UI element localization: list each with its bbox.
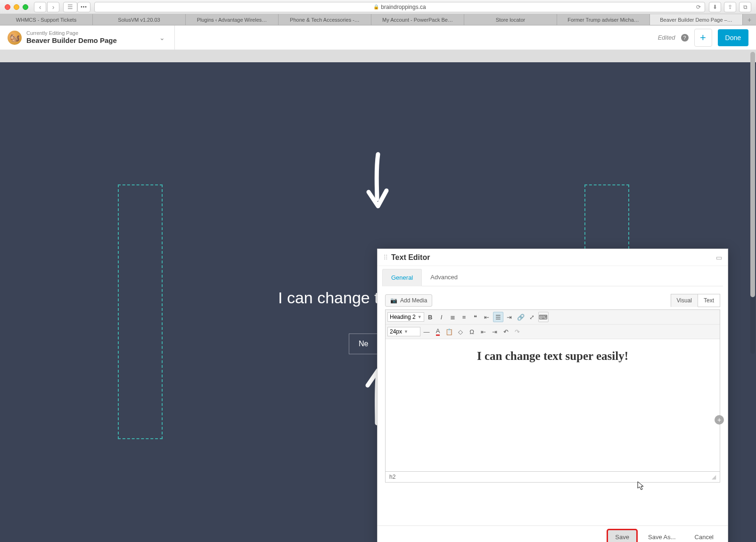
page-title-block[interactable]: Currently Editing Page Beaver Builder De… [26,30,117,45]
close-window-button[interactable] [5,4,10,10]
fullscreen-button[interactable]: ⤢ [527,312,537,322]
align-left-button[interactable]: ⇤ [482,312,492,322]
admin-bar-spacer [0,50,756,62]
done-button[interactable]: Done [718,29,748,46]
save-button[interactable]: Save [608,530,637,542]
browser-tab[interactable]: Former Trump adviser Micha… [557,14,650,25]
numbered-list-button[interactable]: ≡ [459,312,469,322]
vertical-scrollbar[interactable] [750,52,755,354]
strikethrough-button[interactable]: ― [421,326,432,337]
modal-tabs: General Advanced [382,269,723,286]
minimize-window-button[interactable] [14,4,19,10]
italic-button[interactable]: I [436,312,447,322]
tab-advanced[interactable]: Advanced [422,269,466,286]
tab-general[interactable]: General [382,269,422,286]
add-content-button[interactable]: + [694,29,712,47]
page-title: Beaver Builder Demo Page [26,36,117,45]
maximize-modal-icon[interactable]: ▭ [716,254,722,261]
modal-title: Text Editor [391,253,430,262]
undo-button[interactable]: ↶ [501,326,511,337]
browser-tab[interactable]: My Account - PowerPack Be… [371,14,464,25]
format-select[interactable]: Heading 2▼ [387,312,424,322]
paste-text-button[interactable]: 📋 [444,326,454,337]
browser-tab[interactable]: WHMCS - Support Tickets [0,14,93,25]
chevron-down-icon[interactable]: ⌄ [159,34,165,42]
url-host: braindroppings.ca [381,4,426,10]
extensions-button[interactable]: ••• [77,2,90,12]
divider [174,25,175,50]
beaver-builder-header: 🐿️ Currently Editing Page Beaver Builder… [0,25,756,50]
reload-icon[interactable]: ⟳ [696,4,701,10]
scrollbar-thumb[interactable] [750,52,755,297]
cancel-button[interactable]: Cancel [687,530,721,542]
editor-status-bar: h2 ◢ [385,472,720,483]
button-module-preview[interactable]: Ne [349,334,378,354]
clear-formatting-button[interactable]: ◇ [455,326,466,337]
camera-icon: 📷 [390,297,397,304]
indent-button[interactable]: ⇥ [489,326,500,337]
link-button[interactable]: 🔗 [516,312,526,322]
browser-right-controls: ⬇ ⇪ ⧉ [709,2,751,12]
new-tab-button[interactable]: + [743,14,756,25]
align-center-button[interactable]: ☰ [493,312,503,322]
bold-button[interactable]: B [425,312,436,322]
outdent-button[interactable]: ⇤ [478,326,488,337]
forward-button[interactable]: › [47,2,59,12]
blockquote-button[interactable]: ❝ [470,312,481,322]
add-after-module-button[interactable]: + [715,415,724,425]
text-editor-modal: ⠿ Text Editor ▭ General Advanced 📷 Add M… [377,249,728,542]
help-icon[interactable]: ? [681,34,689,42]
back-button[interactable]: ‹ [34,2,46,12]
save-as-button[interactable]: Save As... [641,530,683,542]
visual-tab[interactable]: Visual [671,294,698,307]
browser-tab[interactable]: Phone & Tech Accessories -… [279,14,371,25]
window-controls [5,4,28,10]
text-tab[interactable]: Text [698,294,720,307]
redo-button[interactable]: ↷ [512,326,522,337]
browser-tab[interactable]: SolusVM v1.20.03 [93,14,186,25]
annotation-arrow-down [359,152,397,213]
editing-subtitle: Currently Editing Page [26,30,117,36]
edited-status: Edited [658,34,675,41]
browser-tab-bar: WHMCS - Support Tickets SolusVM v1.20.03… [0,14,756,25]
browser-tab-active[interactable]: Beaver Builder Demo Page –… [650,14,743,25]
browser-tab[interactable]: Plugins ‹ Advantage Wireles… [186,14,279,25]
align-right-button[interactable]: ⇥ [504,312,515,322]
lock-icon: 🔒 [373,4,379,9]
downloads-button[interactable]: ⬇ [709,2,721,12]
fontsize-select[interactable]: 24px▼ [387,327,420,336]
bullet-list-button[interactable]: ≣ [448,312,458,322]
share-button[interactable]: ⇪ [724,2,736,12]
page-canvas[interactable]: I can change te Ne ⠿ Text Editor ▭ Gener… [0,62,756,542]
element-path[interactable]: h2 [389,474,395,480]
browser-tab[interactable]: Store locator [464,14,557,25]
tinymce-toolbar: Heading 2▼ B I ≣ ≡ ❝ ⇤ ☰ ⇥ 🔗 ⤢ ⌨ 24px▼ ― [385,309,720,472]
special-char-button[interactable]: Ω [467,326,477,337]
heading-module-preview[interactable]: I can change te [278,289,388,307]
modal-header[interactable]: ⠿ Text Editor ▭ [378,249,728,266]
add-media-button[interactable]: 📷 Add Media [385,294,432,307]
tabs-overview-button[interactable]: ⧉ [739,2,751,12]
modal-footer: Save Save As... Cancel [378,525,728,542]
browser-toolbar: ‹ › ☰ ••• 🔒 braindroppings.ca ⟳ ⬇ ⇪ ⧉ [0,0,756,14]
beaver-builder-logo-icon[interactable]: 🐿️ [8,31,22,45]
drag-grip-icon[interactable]: ⠿ [383,256,387,259]
toolbar-toggle-button[interactable]: ⌨ [538,312,549,322]
resize-grip-icon[interactable]: ◢ [712,474,716,480]
address-bar[interactable]: 🔒 braindroppings.ca ⟳ [94,2,705,12]
modal-body: 📷 Add Media Visual Text Heading 2▼ B I ≣… [378,286,728,525]
editor-content-area[interactable]: I can change text super easily! [386,339,720,471]
maximize-window-button[interactable] [23,4,28,10]
sidebar-toggle-button[interactable]: ☰ [63,2,77,12]
editor-text[interactable]: I can change text super easily! [396,350,709,363]
column-outline-left[interactable] [118,184,163,439]
text-color-button[interactable]: A [433,326,443,337]
